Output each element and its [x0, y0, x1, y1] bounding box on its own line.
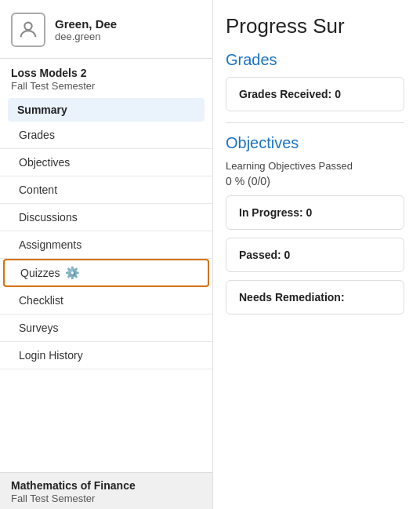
current-course-name: Loss Models 2: [11, 67, 201, 79]
sidebar: Green, Dee dee.green Loss Models 2 Fall …: [0, 0, 213, 509]
needs-remediation-label: Needs Remediation:: [239, 291, 345, 304]
sidebar-item-grades[interactable]: Grades: [0, 122, 212, 149]
sidebar-item-surveys[interactable]: Surveys: [0, 314, 212, 342]
second-course-name: Mathematics of Finance: [11, 479, 201, 492]
nav-list: Grades Objectives Content Discussions As…: [0, 122, 212, 472]
svg-point-0: [24, 23, 31, 30]
grades-section: Grades Grades Received: 0: [226, 51, 404, 111]
user-username: dee.green: [55, 31, 117, 42]
user-name: Green, Dee: [55, 17, 117, 31]
in-progress-label: In Progress: 0: [239, 206, 312, 219]
passed-card: Passed: 0: [226, 238, 404, 272]
grades-received-label: Grades Received: 0: [239, 88, 341, 100]
objectives-subtitle: Learning Objectives Passed: [226, 160, 404, 172]
section-divider: [226, 122, 404, 123]
current-course-block: Loss Models 2 Fall Test Semester: [0, 59, 212, 92]
discussions-label: Discussions: [19, 211, 78, 224]
assignments-label: Assignments: [19, 238, 81, 251]
objectives-section: Objectives Learning Objectives Passed 0 …: [226, 134, 404, 314]
grades-received-card: Grades Received: 0: [226, 77, 404, 111]
sidebar-item-content[interactable]: Content: [0, 176, 212, 204]
grades-label: Grades: [19, 129, 55, 141]
page-title: Progress Sur: [226, 14, 404, 38]
grades-section-heading: Grades: [226, 51, 404, 69]
scrollable-area: Progress Sur Grades Grades Received: 0 O…: [226, 14, 407, 476]
second-course-block: Mathematics of Finance Fall Test Semeste…: [0, 472, 212, 509]
objectives-percent: 0 % (0/0): [226, 175, 404, 187]
sidebar-item-assignments[interactable]: Assignments: [0, 231, 212, 259]
sidebar-item-discussions[interactable]: Discussions: [0, 204, 212, 231]
login-history-label: Login History: [19, 349, 83, 362]
content-label: Content: [19, 184, 57, 196]
user-info: Green, Dee dee.green: [55, 17, 117, 42]
sidebar-item-checklist[interactable]: Checklist: [0, 287, 212, 314]
in-progress-card: In Progress: 0: [226, 195, 404, 230]
needs-remediation-card: Needs Remediation:: [226, 280, 404, 314]
objectives-label: Objectives: [19, 156, 70, 169]
surveys-label: Surveys: [19, 322, 59, 334]
avatar: [11, 13, 45, 47]
quiz-settings-icon: ⚙️: [65, 266, 80, 280]
sidebar-item-login-history[interactable]: Login History: [0, 342, 212, 369]
user-header: Green, Dee dee.green: [0, 0, 212, 59]
objectives-section-heading: Objectives: [226, 134, 404, 152]
sidebar-item-quizzes[interactable]: Quizzes ⚙️: [3, 259, 209, 287]
sidebar-item-objectives[interactable]: Objectives: [0, 149, 212, 176]
checklist-label: Checklist: [19, 294, 63, 307]
passed-label: Passed: 0: [239, 249, 290, 261]
quizzes-label: Quizzes: [20, 267, 60, 279]
summary-nav-item[interactable]: Summary: [8, 98, 205, 122]
current-course-semester: Fall Test Semester: [11, 80, 201, 92]
second-course-semester: Fall Test Semester: [11, 493, 201, 504]
main-content: Progress Sur Grades Grades Received: 0 O…: [213, 0, 420, 509]
